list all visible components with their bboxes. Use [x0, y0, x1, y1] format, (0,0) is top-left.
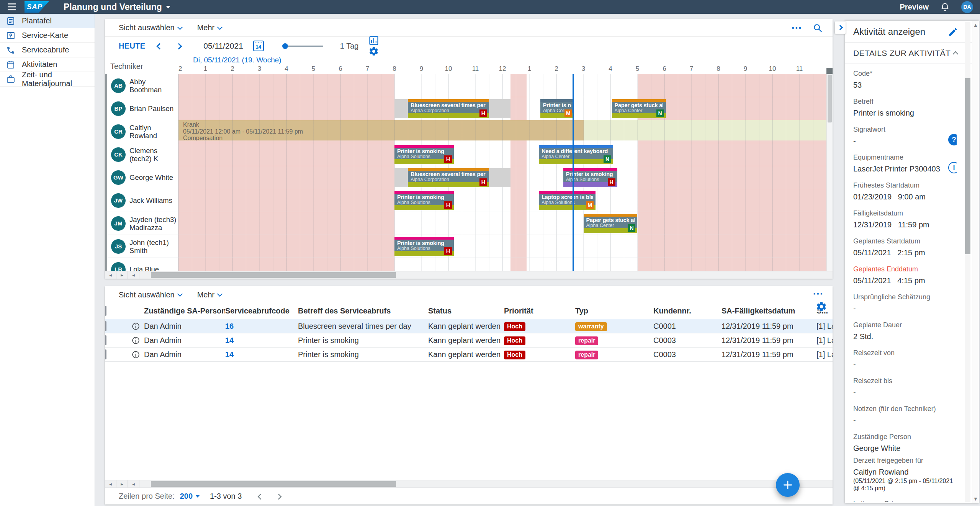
rows-per-page-select[interactable]: 200: [180, 492, 200, 501]
zoom-slider[interactable]: [282, 43, 323, 49]
row-checkbox[interactable]: [105, 321, 106, 331]
sidebar-item-serviceabrufe[interactable]: Serviceabrufe: [0, 43, 95, 57]
previous-day-icon[interactable]: [155, 42, 164, 51]
info-icon[interactable]: [131, 350, 140, 359]
task-bar[interactable]: Printer is smokingAlpha SolutionsH: [394, 145, 454, 164]
task-bar[interactable]: Bluescreen several times per dayAlpha Co…: [408, 99, 489, 118]
scroll-up-icon[interactable]: ▲: [972, 22, 979, 28]
task-bar[interactable]: Laptop screen is blackAlpha SolutionsM: [539, 191, 596, 210]
scroll-right-icon[interactable]: ▸: [116, 271, 128, 279]
gantt-day-header[interactable]: Di, 05/11/2021 (19. Woche): [193, 56, 281, 64]
previous-page-icon[interactable]: [252, 492, 270, 501]
column-header[interactable]: Priorität: [504, 307, 575, 315]
scroll-left-icon[interactable]: ◂: [128, 271, 139, 279]
table-settings-gear-icon[interactable]: [816, 301, 827, 312]
scroll-left-icon[interactable]: ◂: [105, 271, 116, 279]
column-header[interactable]: Status: [428, 307, 504, 315]
technician-avatar[interactable]: GW: [111, 170, 126, 185]
slider-handle[interactable]: [282, 43, 288, 49]
sidebar-item-zeit-und-materialjournal[interactable]: Zeit- und Materialjournal: [0, 72, 95, 87]
column-header[interactable]: Betreff des Serviceabrufs: [298, 307, 428, 315]
gantt-horizontal-scrollbar[interactable]: ◂ ▸ ◂: [105, 271, 833, 279]
technician-avatar[interactable]: LB: [111, 262, 126, 271]
table-row[interactable]: Dan Admin14Printer is smokingKann geplan…: [105, 333, 833, 348]
panel-collapse-icon[interactable]: [835, 21, 846, 34]
scroll-right-icon[interactable]: ▸: [116, 480, 128, 488]
panel-section-header[interactable]: DETAILS ZUR AKTIVITÄT: [845, 43, 979, 64]
column-header[interactable]: Typ: [575, 307, 653, 315]
table-more-menu[interactable]: Mehr: [197, 291, 222, 299]
info-icon[interactable]: [131, 322, 140, 331]
sidebar-item-plantafel[interactable]: Plantafel: [0, 14, 95, 28]
priority-badge: M: [586, 201, 594, 209]
cell-code-link[interactable]: 14: [225, 350, 298, 359]
technician-avatar[interactable]: JM: [111, 216, 126, 231]
page-scrollbar[interactable]: ▲ ▼: [972, 21, 979, 503]
task-bar[interactable]: Bluescreen several times per dayAlpha Co…: [408, 168, 489, 187]
scroll-left-icon[interactable]: ◂: [105, 480, 116, 488]
notifications-bell-icon[interactable]: [940, 2, 950, 12]
technician-avatar[interactable]: JS: [111, 239, 126, 254]
panel-scrollbar-thumb[interactable]: [965, 78, 970, 254]
field-label: Ursprüngliche Schätzung: [853, 293, 957, 301]
next-day-icon[interactable]: [174, 42, 183, 51]
technician-avatar[interactable]: BP: [111, 101, 126, 116]
next-page-icon[interactable]: [270, 492, 288, 501]
gantt-overflow-icon[interactable]: ⋯: [791, 26, 803, 30]
today-button[interactable]: HEUTE: [119, 42, 145, 51]
table-overflow-icon[interactable]: ⋯: [813, 292, 824, 295]
add-service-call-button[interactable]: [776, 473, 800, 497]
technician-avatar[interactable]: CR: [111, 124, 126, 139]
table-select-view-menu[interactable]: Sicht auswählen: [119, 291, 182, 299]
task-bar[interactable]: Printer is smokingAlpha SolutionsH: [394, 237, 454, 256]
gantt-more-menu[interactable]: Mehr: [197, 23, 222, 32]
help-icon[interactable]: ?: [948, 134, 957, 145]
cell-code-link[interactable]: 16: [225, 322, 298, 331]
calendar-icon[interactable]: 14: [253, 41, 264, 51]
task-bar[interactable]: Printer is notAlpha Corporat...M: [540, 99, 574, 118]
table-horizontal-scrollbar[interactable]: ◂ ▸ ◂: [105, 480, 833, 488]
user-avatar[interactable]: DA: [961, 1, 973, 13]
technician-avatar[interactable]: JW: [111, 193, 126, 208]
scrollbar-track[interactable]: [139, 271, 833, 279]
hamburger-menu-icon[interactable]: [7, 2, 17, 12]
edit-pencil-icon[interactable]: [948, 27, 958, 37]
technician-avatar[interactable]: CK: [111, 147, 126, 162]
date-field[interactable]: 05/11/2021: [203, 41, 243, 51]
scrollbar-thumb[interactable]: [828, 75, 832, 122]
task-bar[interactable]: Paper gets stuck all theAlpha CenterN: [584, 214, 638, 233]
scroll-down-icon[interactable]: ▼: [972, 496, 979, 502]
scroll-left-icon[interactable]: ◂: [128, 480, 139, 488]
info-icon[interactable]: i: [948, 162, 957, 173]
column-header[interactable]: Kundennr.: [653, 307, 722, 315]
technician-name: Clemens (tech2) K: [129, 147, 178, 163]
sidebar-item-aktivit-ten[interactable]: Aktivitäten: [0, 57, 95, 72]
task-bar[interactable]: Printer is smokingAlpha SolutionsH: [394, 191, 454, 210]
row-checkbox[interactable]: [105, 335, 106, 345]
info-icon[interactable]: [131, 336, 140, 345]
column-header[interactable]: SA-Fälligkeitsdatum: [722, 307, 816, 315]
sidebar-item-service-karte[interactable]: Service-Karte: [0, 28, 95, 43]
task-bar[interactable]: Printer is smokingAlpha SolutionsH: [563, 168, 617, 187]
scrollbar-thumb[interactable]: [151, 272, 396, 278]
table-row[interactable]: Dan Admin16Bluescreen several times per …: [105, 319, 833, 333]
cell-code-link[interactable]: 14: [225, 336, 298, 345]
gantt-chart-settings-icon[interactable]: [368, 35, 379, 46]
search-icon[interactable]: [813, 23, 823, 33]
select-all-checkbox[interactable]: [105, 306, 106, 316]
gantt-select-view-menu[interactable]: Sicht auswählen: [119, 23, 182, 32]
scrollbar-thumb[interactable]: [151, 481, 396, 487]
gantt-vertical-scrollbar[interactable]: [826, 74, 833, 271]
task-bar[interactable]: Paper gets stuck all theAlpha CenterN: [612, 99, 666, 118]
table-row[interactable]: Dan Admin14Printer is smokingKann geplan…: [105, 348, 833, 362]
task-bar[interactable]: Need a different keyboardAlpha CenterN: [539, 145, 613, 164]
cell-subject: Bluescreen several times per day: [298, 322, 428, 331]
scrollbar-track[interactable]: [139, 480, 833, 488]
column-header[interactable]: Serviceabrufcode: [225, 307, 298, 315]
row-checkbox[interactable]: [105, 349, 106, 359]
column-header[interactable]: Zuständige SA-Person: [144, 307, 225, 315]
field-label: Signalwort: [853, 126, 957, 134]
section-title: DETAILS ZUR AKTIVITÄT: [853, 49, 951, 58]
technician-avatar[interactable]: AB: [111, 78, 126, 93]
app-title[interactable]: Planung und Verteilung: [64, 2, 170, 12]
